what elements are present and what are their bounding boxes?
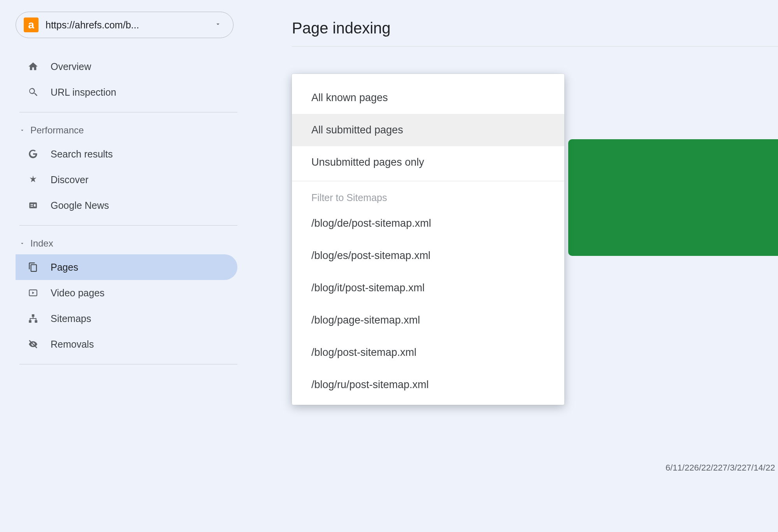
dropdown-option[interactable]: All known pages [292,82,564,114]
x-tick: 6/11/22 [666,463,694,473]
x-tick: 7/3/22 [723,463,746,473]
sidebar-item-discover[interactable]: Discover [16,167,237,192]
page-title: Page indexing [292,19,778,46]
svg-rect-7 [35,320,37,323]
dropdown-sitemap-option[interactable]: /blog/page-sitemap.xml [292,304,564,336]
dropdown-option[interactable]: Unsubmitted pages only [292,146,564,178]
property-selector[interactable]: a https://ahrefs.com/b... [16,12,234,38]
sidebar-item-google-news[interactable]: Google News [16,192,237,218]
main: Page indexing Indexed .62K ? 6/11/226/22… [249,0,778,532]
sidebar-item-video-pages[interactable]: Video pages [16,280,237,306]
divider [292,46,778,47]
chart: 6/11/226/22/227/3/227/14/22 [568,323,778,463]
caret-down-icon [214,21,221,30]
svg-rect-5 [32,314,35,317]
sidebar-item-label: Google News [51,200,109,211]
divider [19,112,237,112]
section-label: Performance [30,125,84,136]
sidebar-item-label: Search results [51,149,113,160]
property-logo: a [24,18,39,32]
caret-down-icon [19,128,25,133]
nav: Overview URL inspection Performance Sear… [16,54,237,364]
google-icon [27,148,39,160]
sidebar-item-sitemaps[interactable]: Sitemaps [16,306,237,331]
home-icon [27,61,39,72]
sidebar-section-performance[interactable]: Performance [16,119,237,141]
section-label: Index [30,238,53,249]
search-icon [27,86,39,98]
property-url: https://ahrefs.com/b... [46,19,207,31]
divider [292,181,564,181]
dropdown-sitemap-option[interactable]: /blog/de/post-sitemap.xml [292,207,564,240]
sidebar-item-label: URL inspection [51,87,116,98]
x-tick: 6/22/22 [694,463,722,473]
svg-rect-0 [29,202,37,208]
divider [19,364,237,364]
asterisk-icon [27,174,39,186]
x-tick: 7/14/22 [746,463,775,473]
svg-rect-3 [34,204,35,207]
dropdown-sitemap-option[interactable]: /blog/es/post-sitemap.xml [292,240,564,272]
dropdown-section-label: Filter to Sitemaps [292,187,564,207]
sidebar-item-removals[interactable]: Removals [16,331,237,357]
svg-rect-6 [29,320,32,323]
divider [19,225,237,226]
sidebar-item-pages[interactable]: Pages [16,254,237,280]
sidebar-item-label: Pages [51,262,78,273]
sidebar-item-label: Video pages [51,287,105,299]
dropdown-sitemap-option[interactable]: /blog/it/post-sitemap.xml [292,272,564,304]
sidebar-item-label: Sitemaps [51,313,91,324]
dropdown-sitemap-option[interactable]: /blog/ru/post-sitemap.xml [292,369,564,401]
sidebar-item-search-results[interactable]: Search results [16,141,237,167]
sidebar-item-url-inspection[interactable]: URL inspection [16,79,237,105]
dropdown-option[interactable]: All submitted pages [292,114,564,146]
sidebar-item-label: Overview [51,61,91,72]
filter-dropdown: All known pagesAll submitted pagesUnsubm… [292,74,564,405]
dropdown-sitemap-option[interactable]: /blog/post-sitemap.xml [292,336,564,369]
sidebar: a https://ahrefs.com/b... Overview URL i… [0,0,249,532]
indexed-card[interactable]: Indexed .62K ? [568,139,778,256]
pages-icon [27,261,39,273]
sidebar-item-label: Discover [51,174,88,186]
removals-icon [27,338,39,350]
svg-rect-2 [31,206,33,206]
news-icon [27,200,39,211]
sidebar-section-index[interactable]: Index [16,233,237,254]
svg-rect-1 [31,204,33,205]
sidebar-item-overview[interactable]: Overview [16,54,237,79]
sitemap-icon [27,313,39,324]
sidebar-item-label: Removals [51,339,94,350]
caret-down-icon [19,241,25,246]
video-icon [27,287,39,299]
